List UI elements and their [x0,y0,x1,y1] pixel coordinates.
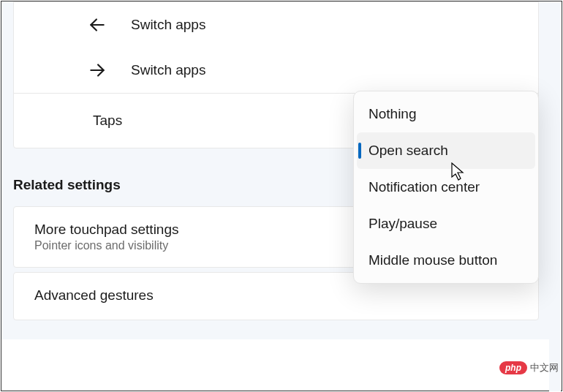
taps-label: Taps [80,113,122,128]
gesture-forward-row[interactable]: Switch apps [14,48,538,93]
dropdown-item-nothing[interactable]: Nothing [354,96,538,132]
dropdown-item-middle-mouse[interactable]: Middle mouse button [354,242,538,279]
advanced-gestures-title: Advanced gestures [34,287,518,304]
php-badge: php [499,361,527,374]
dropdown-item-notification-center[interactable]: Notification center [354,169,538,206]
watermark: php 中文网 [499,361,559,374]
dropdown-item-open-search[interactable]: Open search [357,132,535,169]
watermark-text: 中文网 [530,361,559,374]
arrow-right-icon [87,60,107,80]
dropdown-item-play-pause[interactable]: Play/pause [354,206,538,242]
arrow-left-icon [87,15,107,35]
gesture-back-row[interactable]: Switch apps [14,2,538,48]
taps-dropdown: Nothing Open search Notification center … [353,91,539,284]
